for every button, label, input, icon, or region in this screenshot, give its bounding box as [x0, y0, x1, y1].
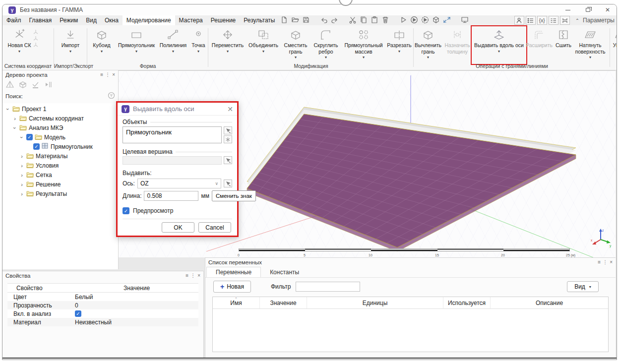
tree-item[interactable]: › Анализ МКЭ — [2, 123, 118, 132]
menu-file[interactable]: Файл — [2, 15, 25, 25]
property-row[interactable]: Прозрачность 0 — [7, 301, 198, 309]
pick-vertex-button[interactable] — [224, 156, 232, 164]
chevron-right-icon[interactable]: › — [19, 153, 24, 159]
new-cs-button[interactable]: Новая СК ▾ — [6, 27, 32, 63]
person-icon[interactable] — [514, 16, 524, 25]
preview-checkbox[interactable]: ✓ — [123, 207, 129, 214]
stitch-button[interactable]: Сшить — [553, 27, 574, 63]
objects-list[interactable]: Прямоугольник — [123, 126, 222, 143]
panel-dock-icon[interactable]: ⋮ — [603, 260, 608, 265]
menu-modeling[interactable]: Моделирование — [123, 15, 175, 25]
redo-icon[interactable] — [331, 16, 339, 25]
cut-button[interactable]: Разрезать ▾ — [386, 27, 413, 63]
ok-button[interactable]: OK — [162, 222, 194, 233]
menu-masters[interactable]: Мастера — [175, 15, 207, 25]
tree-item[interactable]: › Условия — [2, 161, 118, 170]
chevron-right-icon[interactable]: › — [19, 191, 24, 197]
panel-dock-icon[interactable]: ⋮ — [190, 273, 195, 278]
tree-item[interactable]: › Проект 1 — [2, 104, 118, 114]
copy-icon[interactable] — [360, 16, 368, 25]
tree-item[interactable]: › Материалы — [2, 151, 118, 161]
run-icon[interactable] — [399, 16, 407, 25]
unite-button[interactable]: Объединить ▾ — [246, 27, 281, 63]
panel-dock-icon[interactable]: ⋮ — [105, 72, 110, 77]
tree-checkbox[interactable]: ✓ — [26, 134, 33, 140]
mesh-cube-icon[interactable] — [18, 80, 27, 91]
menu-home[interactable]: Главная — [25, 15, 56, 25]
column-used[interactable]: Используется — [443, 297, 491, 308]
save-icon[interactable] — [302, 16, 310, 25]
rectangle-button[interactable]: Прямоугольник ▾ — [116, 27, 157, 63]
new-file-icon[interactable] — [280, 16, 288, 25]
chevron-right-icon[interactable]: › — [12, 125, 18, 130]
rect-array-button[interactable]: Прямоугольный массив ▾ — [341, 27, 386, 63]
menu-solution[interactable]: Решение — [207, 15, 240, 25]
chevron-right-icon[interactable]: › — [19, 163, 24, 169]
tab-constants[interactable]: Константы — [261, 267, 308, 277]
tree-item[interactable]: › Системы координат — [2, 114, 118, 123]
cs-presets[interactable] — [32, 27, 39, 48]
collapse-ribbon-icon[interactable]: ⌃ — [575, 18, 579, 23]
clipped-button[interactable]: Упр ку — [611, 27, 617, 63]
analysis-checkbox[interactable]: ✓ — [75, 310, 81, 317]
menu-windows[interactable]: Окна — [101, 15, 123, 25]
clear-objects-button[interactable] — [224, 135, 232, 143]
tree-item[interactable]: › ✓ Модель — [2, 132, 118, 142]
menu-view[interactable]: Вид — [82, 15, 101, 25]
menu-mode[interactable]: Режим — [56, 15, 82, 25]
stretch-surface-button[interactable]: Натянуть поверхность ▾ — [574, 27, 607, 63]
delete-icon[interactable] — [381, 16, 389, 25]
property-row[interactable]: Цвет Белый — [7, 293, 198, 301]
shift-face-button[interactable]: Сместить грань ▾ — [281, 27, 310, 63]
tree-item[interactable]: › Решение — [2, 180, 118, 189]
restore-button[interactable] — [578, 4, 598, 15]
cut-icon[interactable] — [349, 16, 357, 25]
new-variable-button[interactable]: + Новая — [213, 281, 251, 293]
column-units[interactable]: Единицы — [307, 297, 443, 308]
undo-icon[interactable] — [320, 16, 328, 25]
panel-close-icon[interactable]: × — [197, 273, 200, 278]
run-circle-dashed-icon[interactable] — [421, 16, 429, 25]
tetrahedron-icon[interactable] — [5, 80, 14, 91]
filter-input[interactable] — [296, 282, 360, 292]
column-name[interactable]: ⌃ Имя — [213, 297, 260, 308]
extract-face-button[interactable]: Вычленить грань ▾ — [414, 27, 442, 63]
stack-icon[interactable] — [432, 16, 440, 25]
pick-axis-button[interactable] — [224, 180, 232, 187]
cancel-button[interactable]: Cancel — [198, 222, 231, 233]
property-row[interactable]: Вкл. в анализ ✓ — [7, 309, 198, 318]
tree-item[interactable]: › Результаты — [2, 189, 118, 198]
chevron-right-icon[interactable]: › — [12, 116, 17, 121]
cuboid-button[interactable]: Кубоид ▾ — [88, 27, 116, 63]
run-circle-icon[interactable] — [410, 16, 418, 25]
panel-menu-icon[interactable]: ≡ — [598, 260, 601, 265]
point-button[interactable]: Точка ▾ — [189, 27, 208, 63]
extrude-along-axis-button[interactable]: Выдавить вдоль оси ▾ — [473, 27, 525, 63]
dialog-title-bar[interactable]: γ Выдавить вдоль оси ✕ — [118, 103, 237, 116]
column-value[interactable]: Значение — [260, 297, 307, 308]
expression-icon[interactable]: {x} — [537, 16, 547, 25]
paste-icon[interactable] — [371, 16, 378, 25]
column-description[interactable]: Описание — [491, 297, 608, 308]
view-dropdown-button[interactable]: Вид ▾ — [567, 281, 599, 292]
tab-variables[interactable]: Переменные — [206, 267, 261, 277]
list-icon[interactable] — [526, 16, 536, 25]
import-button[interactable]: Импорт ▾ — [56, 27, 85, 63]
parameters-label[interactable]: Параметры — [583, 17, 615, 24]
fullscreen-icon[interactable] — [443, 16, 451, 25]
chevron-right-icon[interactable]: › — [19, 135, 25, 140]
pick-objects-button[interactable] — [224, 126, 232, 134]
tree-search-input[interactable] — [25, 92, 106, 100]
polyline-button[interactable]: Полилиния ▾ — [157, 27, 189, 63]
filter-icon[interactable] — [108, 92, 115, 101]
open-file-icon[interactable] — [291, 16, 299, 25]
dialog-close-icon[interactable]: ✕ — [227, 105, 233, 113]
fillet-edge-button[interactable]: Скруглить ребро ▾ — [310, 27, 341, 63]
property-row[interactable]: Материал Неизвестный — [7, 318, 198, 326]
minimize-button[interactable] — [558, 4, 578, 15]
check-underline-icon[interactable] — [31, 80, 40, 91]
brackets-icon[interactable] — [560, 16, 570, 25]
change-sign-button[interactable]: Сменить знак — [212, 190, 256, 201]
tree-checkbox[interactable]: ✓ — [33, 143, 40, 150]
move-button[interactable]: Переместить ▾ — [209, 27, 246, 63]
